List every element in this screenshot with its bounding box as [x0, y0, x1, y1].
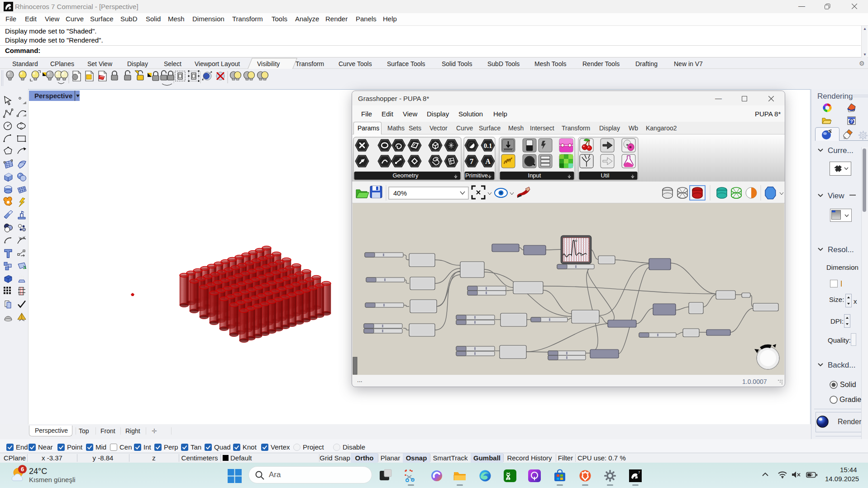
svg-text:?: ? — [850, 119, 853, 124]
svg-text:0.1: 0.1 — [484, 142, 492, 149]
svg-text:7: 7 — [470, 157, 474, 166]
svg-text:40%: 40% — [393, 189, 407, 197]
svg-text:A: A — [485, 158, 491, 165]
svg-text:Util: Util — [601, 172, 610, 179]
svg-text:Primitive: Primitive — [465, 172, 488, 179]
svg-text:7: 7 — [638, 470, 640, 474]
svg-text:Input: Input — [528, 172, 541, 179]
svg-text:Geometry: Geometry — [392, 172, 419, 179]
